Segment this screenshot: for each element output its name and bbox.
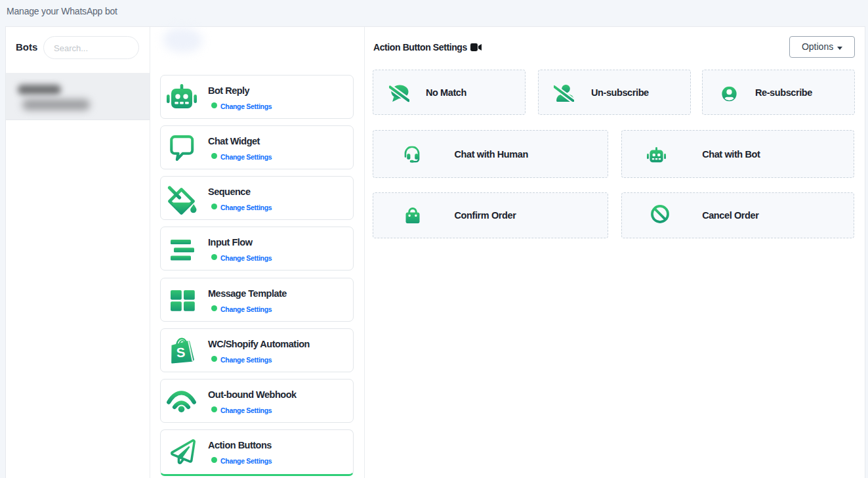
svg-text:S: S (176, 345, 186, 360)
